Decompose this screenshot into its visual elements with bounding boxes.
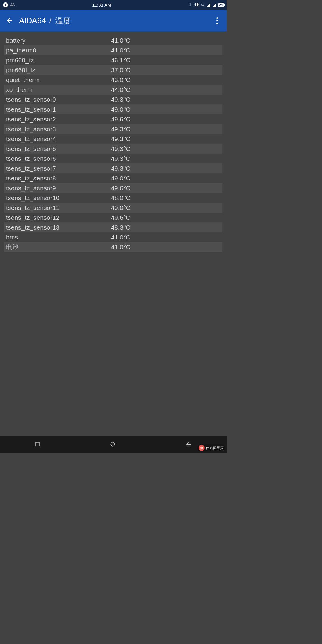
- sensor-label: tsens_tz_sensor1: [4, 106, 111, 113]
- sensor-row: tsens_tz_sensor649.3°C: [4, 154, 222, 163]
- sensor-value: 49.3°C: [111, 135, 222, 143]
- sensor-value: 49.3°C: [111, 165, 222, 172]
- nav-recent-button[interactable]: [35, 442, 40, 448]
- sensor-row: tsens_tz_sensor549.3°C: [4, 144, 222, 154]
- overflow-menu-button[interactable]: [212, 17, 222, 24]
- sensor-label: tsens_tz_sensor4: [4, 135, 111, 143]
- nav-home-button[interactable]: [110, 441, 116, 448]
- sensor-row: tsens_tz_sensor749.3°C: [4, 163, 222, 173]
- people-icon: [10, 2, 15, 8]
- breadcrumb-separator: /: [49, 16, 52, 25]
- android-nav-bar: [0, 436, 227, 453]
- sensor-label: tsens_tz_sensor6: [4, 155, 111, 162]
- sensor-value: 49.3°C: [111, 126, 222, 133]
- network-type-label: 4G: [201, 4, 204, 6]
- sensor-value: 41.0°C: [111, 244, 222, 251]
- sensor-value: 46.1°C: [111, 57, 222, 64]
- sensor-label: quiet_therm: [4, 76, 111, 83]
- sensor-label: tsens_tz_sensor5: [4, 145, 111, 152]
- sensor-value: 43.0°C: [111, 76, 222, 83]
- sensor-label: tsens_tz_sensor3: [4, 126, 111, 133]
- sensor-row: battery41.0°C: [4, 35, 222, 45]
- sensor-row: pa_therm041.0°C: [4, 45, 222, 55]
- nav-back-button[interactable]: [185, 441, 192, 449]
- sensor-row: tsens_tz_sensor1048.0°C: [4, 193, 222, 203]
- sensor-value: 37.0°C: [111, 66, 222, 74]
- sensor-row: tsens_tz_sensor1348.3°C: [4, 222, 222, 232]
- sensor-row: tsens_tz_sensor149.0°C: [4, 104, 222, 114]
- sensor-label: pm660_tz: [4, 57, 111, 64]
- sensor-label: tsens_tz_sensor13: [4, 224, 111, 231]
- sensor-value: 49.3°C: [111, 155, 222, 162]
- sensor-value: 48.0°C: [111, 194, 222, 202]
- sensor-label: tsens_tz_sensor0: [4, 96, 111, 103]
- sensor-value: 49.0°C: [111, 175, 222, 182]
- vibrate-icon: [194, 2, 199, 8]
- sensor-label: tsens_tz_sensor11: [4, 204, 111, 211]
- sensor-row: tsens_tz_sensor1149.0°C: [4, 203, 222, 213]
- sensor-row: tsens_tz_sensor849.0°C: [4, 173, 222, 183]
- watermark: 值 什么值得买: [197, 444, 225, 451]
- sensor-value: 49.6°C: [111, 185, 222, 192]
- watermark-badge: 值: [199, 445, 205, 451]
- sensor-value: 41.0°C: [111, 37, 222, 44]
- sensor-row: pm660l_tz37.0°C: [4, 65, 222, 75]
- sensor-row: tsens_tz_sensor349.3°C: [4, 124, 222, 134]
- page-title: 温度: [55, 16, 71, 26]
- sensor-label: 电池: [4, 243, 111, 251]
- signal-icon-2: [212, 3, 216, 7]
- app-name: AIDA64: [19, 16, 46, 25]
- sensor-value: 41.0°C: [111, 47, 222, 54]
- sensor-row: bms41.0°C: [4, 232, 222, 242]
- sensor-value: 48.3°C: [111, 224, 222, 231]
- back-button[interactable]: [4, 17, 16, 24]
- status-bar: 1 11:31 AM 4G 29: [0, 0, 227, 10]
- sensor-value: 41.0°C: [111, 234, 222, 241]
- sensor-label: pa_therm0: [4, 47, 111, 54]
- watermark-text: 什么值得买: [206, 445, 224, 451]
- sensor-value: 49.0°C: [111, 106, 222, 113]
- sensor-label: tsens_tz_sensor9: [4, 185, 111, 192]
- temperature-list: battery41.0°Cpa_therm041.0°Cpm660_tz46.1…: [0, 31, 227, 252]
- sensor-value: 49.6°C: [111, 116, 222, 123]
- sensor-label: tsens_tz_sensor8: [4, 175, 111, 182]
- sensor-row: tsens_tz_sensor1249.6°C: [4, 213, 222, 222]
- sensor-row: pm660_tz46.1°C: [4, 55, 222, 65]
- sensor-value: 49.6°C: [111, 214, 222, 221]
- sensor-value: 44.0°C: [111, 86, 222, 93]
- sensor-label: bms: [4, 234, 111, 241]
- notification-badge: 1: [3, 2, 8, 7]
- battery-level: 29: [218, 3, 224, 7]
- sensor-row: tsens_tz_sensor049.3°C: [4, 95, 222, 104]
- sensor-label: xo_therm: [4, 86, 111, 93]
- sensor-label: tsens_tz_sensor12: [4, 214, 111, 221]
- sensor-label: tsens_tz_sensor10: [4, 194, 111, 202]
- sensor-row: quiet_therm43.0°C: [4, 75, 222, 85]
- sensor-row: tsens_tz_sensor249.6°C: [4, 114, 222, 124]
- app-bar: AIDA64 / 温度: [0, 10, 227, 31]
- sensor-label: battery: [4, 37, 111, 44]
- sensor-row: 电池41.0°C: [4, 242, 222, 252]
- sensor-label: tsens_tz_sensor2: [4, 116, 111, 123]
- sensor-row: tsens_tz_sensor449.3°C: [4, 134, 222, 144]
- sensor-value: 49.3°C: [111, 145, 222, 152]
- sensor-row: tsens_tz_sensor949.6°C: [4, 183, 222, 193]
- sensor-label: pm660l_tz: [4, 66, 111, 74]
- status-time: 11:31 AM: [92, 2, 111, 7]
- signal-icon-1: [206, 3, 210, 7]
- sensor-value: 49.0°C: [111, 204, 222, 211]
- sensor-label: tsens_tz_sensor7: [4, 165, 111, 172]
- sensor-value: 49.3°C: [111, 96, 222, 103]
- sensor-row: xo_therm44.0°C: [4, 85, 222, 95]
- bluetooth-icon: [188, 2, 192, 7]
- svg-point-0: [111, 442, 114, 446]
